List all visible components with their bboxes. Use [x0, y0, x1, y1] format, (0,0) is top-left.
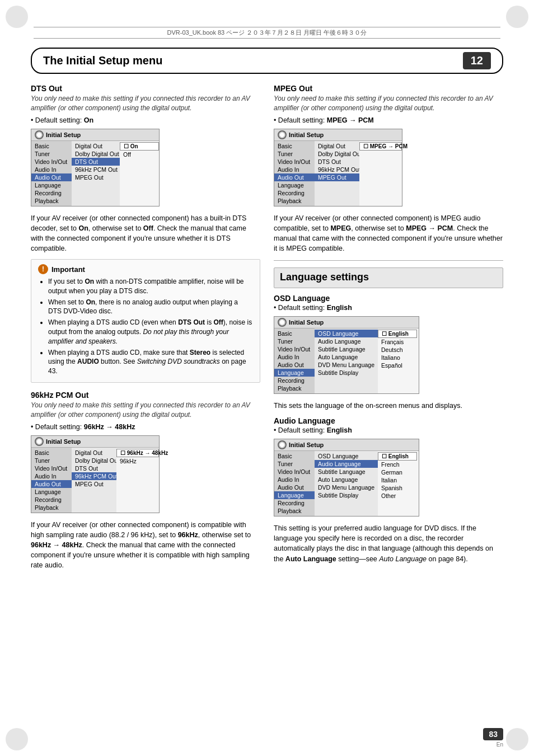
- footer-page-number: 83: [483, 728, 503, 740]
- audio-lang-menu-col3: ☐ English French German Italian Spanish …: [378, 451, 417, 516]
- 96khz-default: • Default setting: 96kHz → 48kHz: [31, 423, 260, 431]
- corner-decoration-tl: [6, 6, 28, 28]
- dts-out-default-value: On: [84, 116, 93, 124]
- important-item-4: When playing a DTS audio CD, make sure t…: [48, 348, 253, 376]
- osd-language-default-value: English: [327, 304, 352, 312]
- mpeg-out-body: If your AV receiver (or other connected …: [274, 213, 503, 254]
- dts-out-menu-col2: Digital Out Dolby Digital Out DTS Out 96…: [72, 141, 120, 206]
- metadata-text: DVR-03_UK.book 83 ページ ２０３年７月２８日 月曜日 午後６時…: [167, 29, 367, 36]
- mpeg-out-menu-header: Initial Setup: [274, 129, 402, 141]
- right-column: MPEG Out You only need to make this sett…: [274, 84, 503, 576]
- 96khz-default-value: 96kHz → 48kHz: [84, 423, 135, 431]
- audio-language-menu: Initial Setup Basic Tuner Video In/Out A…: [274, 439, 419, 516]
- audio-language-default: • Default setting: English: [274, 426, 503, 434]
- main-columns: DTS Out You only need to make this setti…: [31, 84, 503, 576]
- audio-language-section: Audio Language • Default setting: Englis…: [274, 416, 503, 564]
- audio-lang-menu-col1: Basic Tuner Video In/Out Audio In Audio …: [274, 451, 315, 516]
- left-column: DTS Out You only need to make this setti…: [31, 84, 260, 576]
- mpeg-out-menu-col3: ☐ MPEG → PCM: [359, 141, 402, 206]
- corner-decoration-tr: [506, 6, 528, 28]
- disc-icon-4: [278, 318, 287, 327]
- osd-language-default: • Default setting: English: [274, 304, 503, 312]
- page-title: The Initial Setup menu: [43, 54, 162, 67]
- dts-out-title: DTS Out: [31, 84, 260, 93]
- dts-out-italic: You only need to make this setting if yo…: [31, 94, 260, 113]
- mpeg-out-section: MPEG Out You only need to make this sett…: [274, 84, 503, 253]
- audio-language-menu-header: Initial Setup: [274, 439, 419, 451]
- language-settings-title: Language settings: [280, 271, 497, 283]
- audio-language-body: This setting is your preferred audio lan…: [274, 523, 503, 564]
- important-list: If you set to On with a non-DTS compatib…: [38, 277, 253, 376]
- osd-language-body: This sets the language of the on-screen …: [274, 401, 503, 411]
- section-divider: [274, 260, 503, 261]
- warning-icon: !: [38, 264, 48, 274]
- disc-icon-3: [278, 130, 287, 139]
- dts-out-section: DTS Out You only need to make this setti…: [31, 84, 260, 253]
- mpeg-out-title: MPEG Out: [274, 84, 503, 93]
- page-footer: 83 En: [483, 728, 503, 748]
- osd-menu-col3: ☐ English Français Deutsch Italiano Espa…: [378, 328, 417, 393]
- disc-icon-5: [278, 440, 287, 449]
- important-box: ! Important If you set to On with a non-…: [31, 259, 260, 383]
- important-item-1: If you set to On with a non-DTS compatib…: [48, 277, 253, 296]
- 96khz-menu-col2: Digital Out Dolby Digital Out DTS Out 96…: [72, 448, 116, 513]
- osd-menu-col1: Basic Tuner Video In/Out Audio In Audio …: [274, 328, 315, 393]
- page-content: The Initial Setup menu 12 DTS Out You on…: [31, 48, 503, 722]
- osd-language-menu-header: Initial Setup: [274, 317, 419, 328]
- audio-lang-menu-col2: OSD Language Audio Language Subtitle Lan…: [315, 451, 378, 516]
- dts-out-menu-body: Basic Tuner Video In/Out Audio In Audio …: [31, 141, 159, 206]
- mpeg-out-menu: Initial Setup Basic Tuner Video In/Out A…: [274, 129, 402, 206]
- 96khz-italic: You only need to make this setting if yo…: [31, 401, 260, 420]
- important-item-2: When set to On, there is no analog audio…: [48, 298, 253, 317]
- mpeg-out-menu-col2: Digital Out Dolby Digital Out DTS Out 96…: [315, 141, 359, 206]
- dts-out-menu-col1: Basic Tuner Video In/Out Audio In Audio …: [31, 141, 72, 206]
- disc-icon: [35, 130, 44, 139]
- important-title: ! Important: [38, 264, 253, 274]
- osd-language-menu: Initial Setup Basic Tuner Video In/Out A…: [274, 316, 419, 394]
- 96khz-title: 96kHz PCM Out: [31, 391, 260, 400]
- osd-language-section: OSD Language • Default setting: English …: [274, 294, 503, 411]
- mpeg-out-italic: You only need to make this setting if yo…: [274, 94, 503, 113]
- dts-out-menu-col3: ☐ On Off: [120, 141, 159, 206]
- osd-menu-col2: OSD Language Audio Language Subtitle Lan…: [315, 328, 378, 393]
- dts-out-menu-header: Initial Setup: [31, 129, 159, 141]
- dts-out-body: If your AV receiver (or other connected …: [31, 213, 260, 254]
- corner-decoration-br: [506, 728, 528, 750]
- 96khz-section: 96kHz PCM Out You only need to make this…: [31, 391, 260, 570]
- audio-language-menu-body: Basic Tuner Video In/Out Audio In Audio …: [274, 451, 419, 516]
- page-number-badge: 12: [463, 52, 491, 69]
- mpeg-out-menu-body: Basic Tuner Video In/Out Audio In Audio …: [274, 141, 402, 206]
- page-header: The Initial Setup menu 12: [31, 48, 503, 74]
- osd-language-menu-body: Basic Tuner Video In/Out Audio In Audio …: [274, 328, 419, 393]
- dts-out-menu: Initial Setup Basic Tuner Video In/Out A…: [31, 129, 160, 206]
- language-settings-section: Language settings: [274, 267, 503, 288]
- audio-language-title: Audio Language: [274, 416, 503, 425]
- 96khz-menu-body: Basic Tuner Video In/Out Audio In Audio …: [31, 448, 159, 513]
- footer-en: En: [496, 741, 503, 748]
- audio-language-default-value: English: [327, 426, 352, 434]
- 96khz-menu-header: Initial Setup: [31, 436, 159, 448]
- 96khz-menu-col1: Basic Tuner Video In/Out Audio In Audio …: [31, 448, 72, 513]
- dts-out-default: • Default setting: On: [31, 116, 260, 124]
- mpeg-out-default-value: MPEG → PCM: [327, 116, 374, 124]
- 96khz-body: If your AV receiver (or other connected …: [31, 520, 260, 571]
- 96khz-menu: Initial Setup Basic Tuner Video In/Out A…: [31, 435, 160, 513]
- mpeg-out-default: • Default setting: MPEG → PCM: [274, 116, 503, 124]
- mpeg-out-menu-col1: Basic Tuner Video In/Out Audio In Audio …: [274, 141, 315, 206]
- important-item-3: When playing a DTS audio CD (even when D…: [48, 318, 253, 346]
- 96khz-menu-col3: ☐ 96kHz → 48kHz 96kHz: [116, 448, 159, 513]
- osd-language-title: OSD Language: [274, 294, 503, 303]
- corner-decoration-bl: [6, 728, 28, 750]
- top-metadata-bar: DVR-03_UK.book 83 ページ ２０３年７月２８日 月曜日 午後６時…: [34, 27, 500, 39]
- disc-icon-2: [35, 437, 44, 446]
